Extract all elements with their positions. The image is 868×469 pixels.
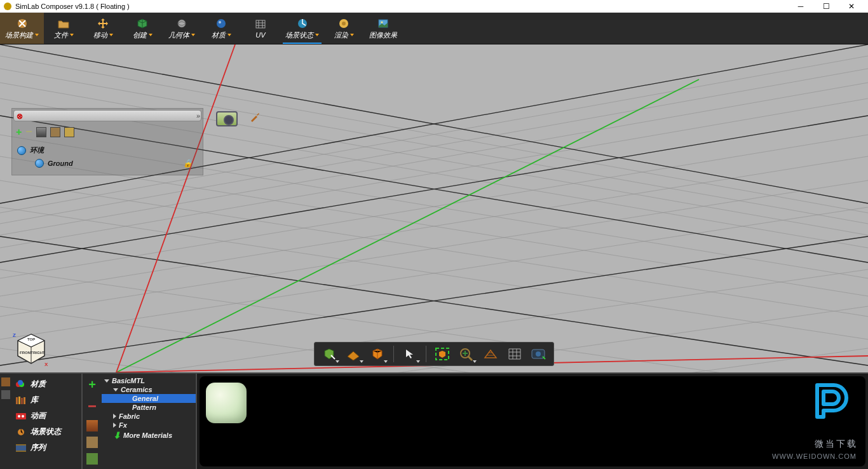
toolbar-material[interactable]: 材质 xyxy=(201,13,241,44)
toolbar-image-fx[interactable]: 图像效果 xyxy=(363,13,403,44)
grid-toggle-button[interactable] xyxy=(504,344,526,364)
mat-node-ceramics[interactable]: Ceramics xyxy=(102,385,196,394)
window-title: SimLab Composer v9.1.8 ( Floating ) xyxy=(15,3,130,10)
material-tree-column: + − BasicMTL Ceramics General Pattern Fa… xyxy=(83,374,197,469)
viewport-3d[interactable]: ⊗ » + − 环境 Ground 🔒 xyxy=(0,44,868,372)
watermark-logo-icon xyxy=(804,379,853,427)
toolbar-scene-state[interactable]: 场景状态 xyxy=(280,13,324,44)
tree-node-environment[interactable]: 环境 xyxy=(12,144,203,157)
mat-node-more[interactable]: ⬇More Materials xyxy=(102,430,196,441)
svg-point-9 xyxy=(381,21,383,23)
toolbar-uv[interactable]: UV xyxy=(241,13,280,44)
material-thumbnail[interactable] xyxy=(206,383,247,423)
plane-mode-button[interactable] xyxy=(342,344,364,364)
eyedropper-icon[interactable] xyxy=(249,111,261,123)
render-preview-button[interactable] xyxy=(528,344,550,364)
toolbar-render[interactable]: 渲染 xyxy=(324,13,363,44)
strip-button-2[interactable] xyxy=(1,390,10,399)
mat-node-fabric[interactable]: Fabric xyxy=(102,412,196,421)
add-node-button[interactable]: + xyxy=(16,126,22,138)
perspective-button[interactable] xyxy=(480,344,501,364)
toolbar-create[interactable]: 创建 xyxy=(123,13,162,44)
library-icon xyxy=(15,396,27,405)
pointer-tool-button[interactable] xyxy=(399,344,421,364)
svg-point-2 xyxy=(217,19,226,28)
material-tool-2[interactable] xyxy=(86,437,98,448)
material-remove-button[interactable]: − xyxy=(88,397,97,415)
bottom-tab-library[interactable]: 库 xyxy=(11,392,81,408)
viewport-bottom-toolbar xyxy=(314,342,554,366)
bottom-tab-material[interactable]: 材质 xyxy=(11,376,81,392)
svg-text:FRONT: FRONT xyxy=(20,351,33,355)
camera-snapshot-button[interactable] xyxy=(216,111,238,126)
svg-rect-58 xyxy=(18,397,20,404)
material-tool-3[interactable] xyxy=(86,453,98,465)
expand-arrows-icon[interactable]: » xyxy=(196,112,198,119)
svg-rect-66 xyxy=(16,444,26,445)
bottom-tab-sequence[interactable]: 序列 xyxy=(11,440,81,456)
tree-tool-search-icon[interactable] xyxy=(50,127,60,137)
toolbar-move[interactable]: 移动 xyxy=(83,13,123,44)
sequence-icon xyxy=(15,444,27,452)
globe-icon xyxy=(35,159,44,168)
svg-rect-67 xyxy=(16,451,26,452)
select-mode-button[interactable] xyxy=(318,344,340,364)
tree-node-ground[interactable]: Ground 🔒 xyxy=(12,157,203,170)
svg-rect-65 xyxy=(16,445,26,451)
titlebar: SimLab Composer v9.1.8 ( Floating ) ─ ☐ … xyxy=(0,0,868,13)
svg-rect-61 xyxy=(16,413,26,419)
mat-node-basicmtl[interactable]: BasicMTL xyxy=(102,376,196,385)
watermark-url: WWW.WEIDOWN.COM xyxy=(772,452,857,460)
watermark-text: 微当下载 xyxy=(815,438,858,450)
svg-rect-57 xyxy=(16,397,18,404)
mat-node-general[interactable]: General xyxy=(102,394,196,403)
toolbar-geometry[interactable]: 几何体 xyxy=(162,13,201,44)
bottom-left-strip xyxy=(0,374,11,469)
clear-search-icon[interactable]: ⊗ xyxy=(17,112,24,119)
tree-tool-1[interactable] xyxy=(36,127,46,137)
svg-rect-4 xyxy=(256,20,265,28)
scene-tree-search[interactable]: ⊗ » xyxy=(13,110,201,121)
bottom-tab-animation[interactable]: 动画 xyxy=(11,408,81,424)
bottom-tab-scene-state[interactable]: 场景状态 xyxy=(11,424,81,440)
close-button[interactable]: ✕ xyxy=(839,1,864,12)
tree-tool-3[interactable] xyxy=(64,127,74,137)
toolbar-scene-build[interactable]: 场景构建 xyxy=(0,13,44,44)
scene-state-icon xyxy=(15,428,27,437)
material-icon xyxy=(15,380,27,389)
scene-tree-panel: ⊗ » + − 环境 Ground 🔒 xyxy=(11,108,203,175)
svg-point-53 xyxy=(536,351,541,357)
svg-rect-60 xyxy=(24,397,25,404)
maximize-button[interactable]: ☐ xyxy=(813,1,839,12)
remove-node-button[interactable]: − xyxy=(25,125,32,139)
scene-tree-tools: + − xyxy=(12,123,203,141)
globe-icon xyxy=(17,146,26,155)
view-cube[interactable]: Z TOP FRONT RIGHT X xyxy=(13,330,50,367)
svg-point-63 xyxy=(22,415,24,418)
grid-plane xyxy=(0,44,868,372)
strip-button-1[interactable] xyxy=(1,377,10,386)
lock-icon[interactable]: 🔒 xyxy=(183,159,193,168)
download-icon: ⬇ xyxy=(113,430,121,440)
svg-rect-59 xyxy=(21,398,23,404)
bottom-panel: 材质 库 动画 场景状态 序列 + − BasicMTL Ceramics Ge… xyxy=(0,372,868,469)
zoom-extents-button[interactable] xyxy=(456,344,477,364)
material-add-button[interactable]: + xyxy=(88,377,96,392)
cube-mode-button[interactable] xyxy=(367,344,388,364)
svg-point-7 xyxy=(342,22,346,25)
svg-text:X: X xyxy=(44,362,48,367)
frame-selection-button[interactable] xyxy=(431,344,453,364)
svg-text:Z: Z xyxy=(13,332,16,338)
camera-tools xyxy=(216,111,261,126)
svg-point-56 xyxy=(18,380,23,385)
material-tool-1[interactable] xyxy=(86,420,98,432)
bottom-tabs: 材质 库 动画 场景状态 序列 xyxy=(11,374,83,469)
toolbar-file[interactable]: 文件 xyxy=(44,13,83,44)
app-logo-icon xyxy=(4,3,11,10)
mat-node-fx[interactable]: Fx xyxy=(102,421,196,430)
svg-point-62 xyxy=(18,415,20,418)
mat-node-pattern[interactable]: Pattern xyxy=(102,403,196,412)
svg-text:TOP: TOP xyxy=(27,337,35,341)
minimize-button[interactable]: ─ xyxy=(788,1,813,12)
svg-text:RIGHT: RIGHT xyxy=(33,351,45,355)
